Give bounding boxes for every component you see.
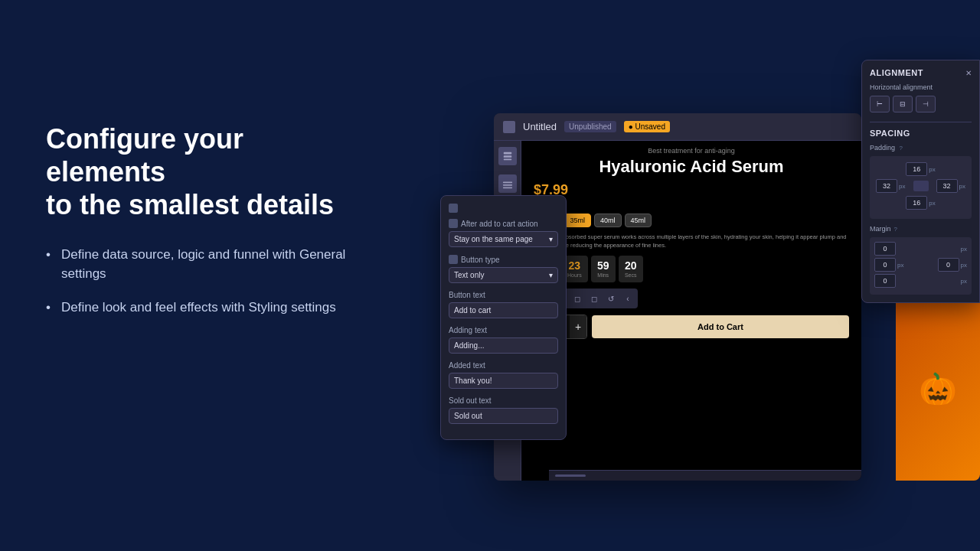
- margin-left-input[interactable]: [874, 258, 896, 272]
- padding-bottom-row: px: [876, 196, 965, 210]
- product-title-area: Best treatment for anti-aging Hyaluronic…: [521, 141, 861, 182]
- svg-rect-0: [503, 152, 511, 155]
- alignment-title: ALIGNMENT: [870, 68, 923, 77]
- button-type-label: Button type: [449, 255, 558, 264]
- vol-35ml[interactable]: 35ml: [564, 214, 592, 227]
- countdown-mins: 59 Mins: [591, 256, 616, 282]
- margin-top-input[interactable]: [874, 242, 896, 256]
- spacing-section-header: SPACING: [870, 129, 972, 138]
- orange-emoji: 🎃: [919, 371, 957, 407]
- adding-text-row: Adding text: [449, 326, 558, 354]
- bullet-list: Define data source, logic and funnel wit…: [46, 245, 368, 318]
- sidebar-pages-icon[interactable]: [498, 147, 517, 165]
- button-type-select[interactable]: Text only ▾: [449, 267, 558, 283]
- added-text-input[interactable]: [449, 373, 558, 389]
- after-add-label: After add to cart action: [449, 219, 558, 228]
- sold-out-input[interactable]: [449, 408, 558, 424]
- editor-topbar: Untitled Unpublished ● Unsaved: [494, 113, 861, 141]
- align-left-btn[interactable]: ⊢: [870, 96, 890, 112]
- sidebar-layers-icon[interactable]: [498, 174, 517, 193]
- vol-45ml[interactable]: 45ml: [625, 214, 652, 227]
- margin-bottom-row: px: [874, 274, 967, 288]
- padding-bottom-input[interactable]: [906, 196, 927, 210]
- svg-rect-5: [502, 187, 511, 188]
- add-to-cart-row: − 1 + Add to Cart: [521, 315, 861, 345]
- button-text-input[interactable]: [449, 302, 558, 318]
- popup-header: [449, 204, 558, 213]
- tool-copy[interactable]: ◻: [570, 291, 585, 306]
- margin-right-input[interactable]: [938, 258, 959, 272]
- padding-center-box: [913, 181, 929, 191]
- bullet-item-2: Define look and feel effects with Stylin…: [46, 298, 368, 318]
- vol-40ml[interactable]: 40ml: [594, 214, 622, 227]
- tool-delete[interactable]: ◻: [586, 291, 602, 306]
- button-text-label: Button text: [449, 291, 558, 299]
- align-center-btn[interactable]: ⊟: [893, 96, 913, 112]
- popup-header-icon: [449, 204, 458, 213]
- svg-rect-1: [503, 155, 511, 158]
- padding-grid: px px px px: [870, 156, 972, 219]
- svg-rect-4: [502, 184, 511, 186]
- mins-label: Mins: [597, 272, 609, 278]
- hours-label: Hours: [567, 272, 582, 278]
- margin-grid: px px px px: [870, 237, 972, 295]
- padding-label: Padding ?: [870, 144, 972, 152]
- volume-label: Volume: [521, 203, 861, 210]
- button-text-row: Button text: [449, 291, 558, 318]
- padding-right-input[interactable]: [936, 179, 958, 193]
- editor-title: Untitled: [523, 121, 557, 132]
- after-add-select[interactable]: Stay on the same page ▾: [449, 231, 558, 247]
- alignment-section-header: ALIGNMENT ✕: [870, 68, 972, 77]
- product-subtitle: Best treatment for anti-aging: [534, 147, 849, 155]
- sold-out-row: Sold out text: [449, 396, 558, 424]
- countdown-secs: 20 Secs: [619, 256, 643, 282]
- product-description: This easily absorbed super serum works a…: [521, 233, 861, 256]
- unsaved-badge: ● Unsaved: [624, 121, 670, 132]
- svg-rect-2: [503, 159, 511, 161]
- mins-value: 59: [597, 260, 609, 271]
- margin-section-title: Margin ?: [870, 225, 972, 233]
- padding-left-input[interactable]: [876, 179, 897, 193]
- qty-plus[interactable]: +: [570, 315, 586, 338]
- left-panel: Configure your elements to the smallest …: [46, 122, 368, 331]
- added-text-label: Added text: [449, 361, 558, 370]
- padding-top-input[interactable]: [906, 162, 927, 176]
- alignment-panel: ALIGNMENT ✕ Horizontal alignment ⊢ ⊟ ⊣ S…: [861, 60, 980, 303]
- padding-top-row: px: [876, 162, 965, 176]
- product-title-text: Hyaluronic Acid Serum: [534, 158, 849, 176]
- adding-text-label: Adding text: [449, 326, 558, 334]
- svg-rect-3: [502, 181, 511, 183]
- align-buttons: ⊢ ⊟ ⊣: [870, 96, 972, 112]
- tool-undo[interactable]: ↺: [603, 291, 619, 306]
- volume-options: 30ml 35ml 40ml 45ml: [521, 214, 861, 233]
- tool-back[interactable]: ‹: [620, 291, 635, 306]
- settings-popup: After add to cart action Stay on the sam…: [440, 195, 567, 440]
- main-heading: Configure your elements to the smallest …: [46, 122, 368, 222]
- canvas-bottom-bar: [549, 470, 861, 481]
- product-price: $7.99: [521, 182, 861, 203]
- hours-value: 23: [567, 260, 582, 271]
- margin-bottom-input[interactable]: [874, 274, 896, 288]
- unpublished-badge: Unpublished: [564, 121, 616, 132]
- secs-label: Secs: [625, 272, 637, 278]
- after-add-icon: [449, 219, 458, 228]
- horizontal-align-label: Horizontal alignment: [870, 83, 972, 91]
- secs-value: 20: [625, 260, 637, 271]
- after-add-row: After add to cart action Stay on the sam…: [449, 219, 558, 247]
- countdown-row: 00 Days 23 Hours 59 Mins 20 Secs: [521, 256, 861, 289]
- added-text-row: Added text: [449, 361, 558, 389]
- margin-top-row: px: [874, 242, 967, 256]
- alignment-close[interactable]: ✕: [965, 69, 972, 77]
- bullet-item-1: Define data source, logic and funnel wit…: [46, 245, 368, 284]
- align-right-btn[interactable]: ⊣: [916, 96, 936, 112]
- add-cart-button[interactable]: Add to Cart: [592, 315, 849, 338]
- scroll-indicator: [555, 474, 586, 477]
- editor-logo-icon: [503, 121, 515, 133]
- adding-text-input[interactable]: [449, 337, 558, 354]
- thumb-orange: 🎃: [896, 297, 980, 481]
- product-canvas: Best treatment for anti-aging Hyaluronic…: [521, 141, 861, 481]
- spacing-divider: [870, 122, 972, 122]
- button-type-row: Button type Text only ▾: [449, 255, 558, 283]
- button-type-icon: [449, 255, 458, 264]
- spacing-title: SPACING: [870, 129, 910, 138]
